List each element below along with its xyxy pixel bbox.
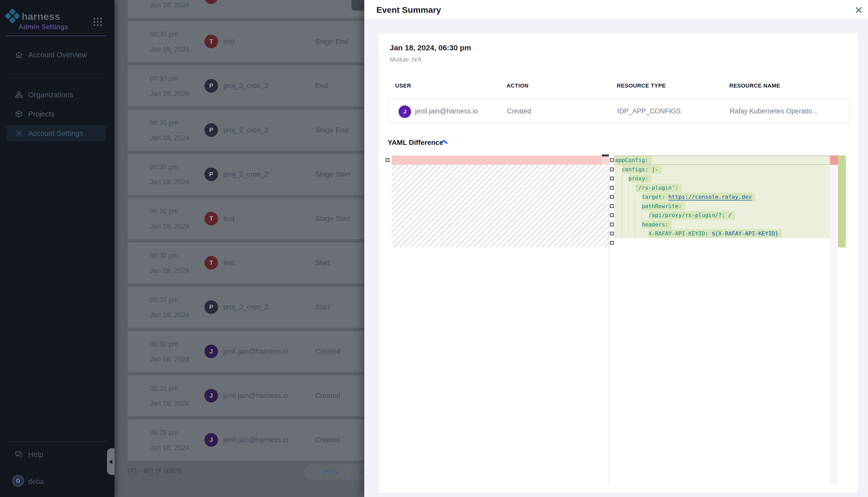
table-row[interactable]: 06:30 pmJan 18, 2024TtestStart	[128, 242, 364, 283]
table-row[interactable]: 06:30 pmJan 18, 2024Pproj_2_cron_2Stage …	[128, 154, 364, 195]
help-label: Help	[28, 451, 43, 459]
table-row[interactable]: 06:30 pmJan 18, 2024TtestStage Start	[128, 198, 364, 239]
diff-gutter-marker	[610, 168, 614, 171]
diff-pane-divider[interactable]	[609, 155, 609, 484]
yaml-diff-editor[interactable]: appConfig: configs: |- proxy: '/rs-plugi…	[378, 155, 858, 484]
row-name: jenil.jain@harness.io	[223, 436, 289, 444]
user-menu[interactable]: D deba	[6, 474, 106, 489]
table-row[interactable]: 06:30 pmJan 18, 2024TtestStage End	[128, 21, 364, 62]
row-date-value: Jan 18, 2024	[150, 355, 189, 363]
row-date-value: Jan 18, 2024	[150, 444, 189, 452]
event-action: Created	[507, 108, 531, 115]
event-resource-name: Rafay Kubernetes Operatio...	[730, 108, 818, 115]
row-date-value: Jan 18, 2024	[150, 400, 189, 408]
row-time: Jan 18, 2024	[150, 0, 200, 18]
row-name: test	[223, 38, 235, 45]
row-time-value: 06:30 pm	[150, 30, 178, 38]
table-row[interactable]: Jan 18, 2024TtestEnd	[128, 0, 364, 18]
ruler-added-marker	[838, 155, 846, 247]
sidebar-item-organizations[interactable]: Organizations	[6, 86, 106, 103]
home-icon	[15, 51, 23, 59]
sidebar-item-label: Projects	[28, 110, 55, 118]
avatar: P	[204, 168, 218, 181]
row-name: jenil.jain@harness.io	[223, 392, 289, 400]
table-row[interactable]: 06:30 pmJan 18, 2024Jjenil.jain@harness.…	[128, 375, 364, 416]
row-time-value: 06:30 pm	[150, 163, 178, 171]
avatar: P	[204, 79, 218, 93]
drawer-header: Event Summary	[364, 0, 868, 20]
diff-gutter-marker	[610, 195, 614, 199]
avatar: J	[204, 433, 218, 447]
module-subtitle: Admin Settings	[18, 23, 68, 31]
app-switcher-icon[interactable]	[93, 18, 102, 26]
diff-gutter-marker	[610, 186, 614, 190]
yaml-value: ${X-RAFAY-API-KEYID}	[712, 230, 779, 237]
code-line: appConfig:	[615, 155, 648, 165]
code-line: /api/proxy/rs-plugin/?: /	[615, 211, 732, 220]
diff-gutter-marker	[610, 213, 614, 217]
user-name: deba	[28, 478, 44, 486]
table-row[interactable]: 06:30 pmJan 18, 2024Pproj_2_cron_2Start	[128, 287, 364, 328]
app-root: Jan 18, 2024TtestEnd06:30 pmJan 18, 2024…	[0, 0, 868, 497]
sidebar-item-account-settings[interactable]: Account Settings	[6, 125, 106, 142]
row-time: 06:30 pmJan 18, 2024	[150, 287, 200, 328]
diff-gutter-marker	[610, 223, 614, 226]
pagination-range: (41 - 60) of 10876	[128, 467, 182, 475]
code-line: '/rs-plugin':	[615, 183, 678, 193]
indent-guide	[635, 193, 635, 238]
row-time-value: 06:30 pm	[150, 208, 178, 215]
close-icon[interactable]	[854, 5, 863, 15]
avatar: T	[204, 0, 218, 4]
row-name: test	[223, 259, 235, 267]
chevron-up-icon[interactable]	[440, 139, 448, 145]
overview-ruler[interactable]	[830, 155, 838, 484]
row-time-value: 06:30 pm	[150, 75, 178, 83]
table-row[interactable]: 06:30 pmJan 18, 2024Pproj_2_cron_2Stage …	[128, 110, 364, 151]
row-action: End	[315, 0, 328, 1]
page-number-button[interactable]: 1	[359, 468, 363, 476]
avatar: T	[204, 256, 218, 270]
yaml-value: /	[728, 212, 732, 218]
row-action: Stage End	[315, 38, 348, 45]
sidebar-item-help[interactable]: ? Help	[6, 446, 106, 463]
cube-icon	[15, 110, 23, 118]
yaml-key: /api/proxy/rs-plugin/?:	[648, 212, 725, 218]
row-time-value: 06:30 pm	[150, 385, 178, 392]
table-row[interactable]: 06:30 pmJan 18, 2024Jjenil.jain@harness.…	[128, 331, 364, 372]
prev-page-button[interactable]: ← Prev	[315, 468, 338, 476]
event-datetime: Jan 18, 2024, 06:30 pm	[390, 43, 471, 52]
indent-guide	[642, 201, 642, 238]
collapse-arrow-icon	[109, 459, 112, 464]
table-row[interactable]: 06:30 pmJan 18, 2024Pproj_2_cron_2End	[128, 66, 364, 106]
diff-gutter-marker	[610, 241, 614, 245]
yaml-key: configs:	[622, 166, 648, 172]
row-time: 06:30 pmJan 18, 2024	[150, 110, 200, 151]
help-chat-icon: ?	[15, 450, 23, 459]
avatar: P	[204, 123, 218, 137]
row-date-value: Jan 18, 2024	[150, 45, 189, 53]
harness-logo-icon	[4, 8, 20, 24]
indent-guide	[628, 183, 629, 238]
yaml-key: headers:	[642, 221, 669, 228]
sidebar-item-projects[interactable]: Projects	[6, 105, 106, 122]
logo-text: harness	[22, 11, 60, 22]
sidebar-collapse-handle[interactable]	[107, 448, 114, 475]
drawer-title: Event Summary	[376, 5, 441, 15]
table-row[interactable]: 06:29 pmJan 18, 2024Jjenil.jain@harness.…	[128, 420, 364, 460]
event-resource-type: IDP_APP_CONFIGS	[617, 108, 681, 115]
row-name: test	[223, 0, 235, 1]
avatar: T	[204, 35, 218, 48]
row-name: jenil.jain@harness.io	[223, 347, 289, 355]
col-header-resource-name: RESOURCE NAME	[729, 83, 780, 89]
event-card: Jan 18, 2024, 06:30 pm Module: N/A USER …	[378, 33, 858, 493]
sidebar-item-account-overview[interactable]: Account Overview	[6, 46, 106, 63]
code-line: X-RAFAY-API-KEYID: ${X-RAFAY-API-KEYID}	[615, 229, 779, 238]
row-time-value: 06:30 pm	[150, 119, 178, 127]
hierarchy-icon	[15, 90, 23, 99]
row-time-value: 06:29 pm	[150, 429, 178, 437]
yaml-key: target:	[642, 194, 665, 200]
avatar: T	[204, 212, 218, 225]
diff-removed-lane	[602, 155, 609, 165]
yaml-link-value[interactable]: https://console.rafay.dev	[669, 194, 752, 200]
diff-sash-handle[interactable]	[602, 154, 609, 156]
